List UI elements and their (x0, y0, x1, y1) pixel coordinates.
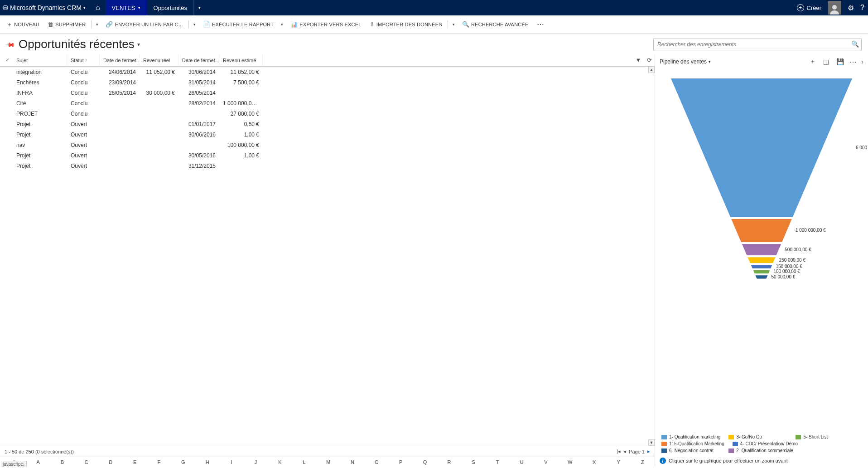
search-input[interactable] (653, 39, 862, 50)
alpha-L[interactable]: L (292, 459, 316, 465)
chart-new-icon[interactable]: ＋ (808, 58, 818, 66)
cell-date-est: 30/06/2016 (178, 132, 219, 138)
alpha-S[interactable]: S (461, 459, 485, 465)
funnel-segment[interactable] (671, 270, 852, 273)
cmd-rapport-caret[interactable]: ▾ (279, 22, 285, 27)
user-avatar[interactable] (828, 1, 841, 15)
alpha-E[interactable]: E (123, 459, 147, 465)
cmd-more[interactable]: ⋯ (534, 20, 548, 29)
cmd-envoyer-caret[interactable]: ▾ (192, 22, 198, 27)
table-row[interactable]: ProjetOuvert01/01/20170,50 € (0, 119, 655, 129)
col-header-date-reel[interactable]: Date de fermet... (100, 54, 140, 66)
alpha-A[interactable]: A (26, 459, 50, 465)
alpha-I[interactable]: I (219, 459, 243, 465)
alpha-G[interactable]: G (171, 459, 195, 465)
legend-item[interactable]: 4- CDC/ Présentation/ Démo (733, 441, 798, 446)
chart-save-icon[interactable]: 💾 (834, 58, 846, 65)
alpha-D[interactable]: D (99, 459, 123, 465)
table-row[interactable]: ProjetOuvert30/06/20161,00 € (0, 129, 655, 140)
cmd-supprimer-caret[interactable]: ▾ (94, 22, 100, 27)
funnel-chart[interactable]: 6 000 000,00 €1 000 000,00 €500 000,00 €… (655, 69, 868, 432)
alpha-W[interactable]: W (558, 459, 582, 465)
legend-item[interactable]: 115-Qualification Marketing (661, 441, 724, 446)
alpha-F[interactable]: F (147, 459, 171, 465)
nav-breadcrumb-caret[interactable]: ▾ (194, 0, 203, 15)
funnel-segment[interactable] (671, 257, 852, 263)
alpha-Y[interactable]: Y (606, 459, 630, 465)
nav-ventes[interactable]: VENTES ▾ (106, 0, 147, 15)
col-header-revenu-reel[interactable]: Revenu réel (140, 54, 178, 66)
legend-item[interactable]: 6- Négociation contrat (661, 448, 720, 453)
table-row[interactable]: EnchèresConclu23/09/201431/05/20147 500,… (0, 77, 655, 88)
chart-title-dropdown[interactable]: Pipeline des ventes ▾ (660, 58, 711, 65)
cmd-excel[interactable]: 📊EXPORTER VERS EXCEL (288, 19, 364, 29)
chart-collapse-icon[interactable]: › (861, 58, 863, 65)
col-header-revenu-est[interactable]: Revenu estimé (219, 54, 263, 66)
alpha-P[interactable]: P (389, 459, 413, 465)
alpha-K[interactable]: K (268, 459, 292, 465)
legend-item[interactable]: 5- Short List (796, 434, 854, 439)
alpha-Z[interactable]: Z (631, 459, 655, 465)
cmd-rapport[interactable]: 📄EXÉCUTER LE RAPPORT (200, 19, 276, 29)
cmd-importer[interactable]: ⇩IMPORTER DES DONNÉES (367, 19, 445, 29)
legend-item[interactable]: 3- Go/No Go (728, 434, 787, 439)
help-icon[interactable]: ? (860, 4, 864, 12)
browser-status-text: javascript:; (1, 461, 27, 467)
refresh-icon[interactable]: ⟳ (644, 57, 655, 63)
col-header-sujet[interactable]: Sujet (13, 54, 67, 66)
alpha-O[interactable]: O (365, 459, 389, 465)
grid-pane: ✓ Sujet Statut↑ Date de fermet... Revenu… (0, 54, 655, 467)
nav-home[interactable]: ⌂ (90, 0, 106, 15)
cmd-supprimer[interactable]: 🗑SUPPRIMER (45, 19, 88, 29)
grid-scrollbar[interactable]: ▲▼ (648, 67, 655, 446)
cmd-recherche[interactable]: 🔍RECHERCHE AVANCÉE (459, 19, 531, 29)
brand-menu[interactable]: ⛁ Microsoft Dynamics CRM ▾ (0, 0, 90, 15)
select-all-checkbox[interactable]: ✓ (2, 57, 13, 63)
search-icon[interactable]: 🔍 (851, 40, 859, 48)
alpha-Q[interactable]: Q (413, 459, 437, 465)
table-row[interactable]: ProjetOuvert31/12/2015 (0, 161, 655, 171)
alpha-B[interactable]: B (50, 459, 74, 465)
legend-label: 4- CDC/ Présentation/ Démo (740, 441, 798, 446)
funnel-segment[interactable] (671, 275, 852, 278)
alpha-V[interactable]: V (534, 459, 558, 465)
page-prev[interactable]: ◂ (623, 448, 626, 454)
chevron-down-icon: ▾ (138, 5, 140, 10)
page-title[interactable]: Opportunités récentes ▾ (19, 37, 140, 51)
create-button[interactable]: + Créer (797, 4, 822, 11)
funnel-segment[interactable] (671, 78, 852, 217)
alpha-T[interactable]: T (486, 459, 510, 465)
funnel-segment[interactable] (671, 265, 852, 268)
cmd-nouveau[interactable]: ＋NOUVEAU (4, 19, 42, 30)
alpha-M[interactable]: M (316, 459, 340, 465)
table-row[interactable]: CitéConclu28/02/20141 000 000,00 € (0, 98, 655, 108)
table-row[interactable]: intégrationConclu24/06/201411 052,00 €30… (0, 67, 655, 77)
chart-more[interactable]: ⋯ (849, 58, 858, 66)
table-row[interactable]: INFRAConclu26/05/201430 000,00 €26/05/20… (0, 88, 655, 98)
nav-opportunites[interactable]: Opportunités (147, 0, 194, 15)
alpha-R[interactable]: R (437, 459, 461, 465)
alpha-N[interactable]: N (340, 459, 364, 465)
settings-gear-icon[interactable]: ⚙ (848, 4, 854, 12)
legend-item[interactable]: 1- Qualification marketing (661, 434, 720, 439)
chart-layout-icon[interactable]: ◫ (821, 58, 831, 65)
funnel-segment[interactable] (671, 244, 852, 255)
alpha-H[interactable]: H (195, 459, 219, 465)
filter-icon[interactable]: ▼ (633, 57, 644, 63)
pin-icon[interactable]: 📌 (5, 39, 15, 49)
cmd-importer-caret[interactable]: ▾ (451, 22, 457, 27)
table-row[interactable]: PROJETConclu27 000,00 € (0, 108, 655, 119)
legend-item[interactable]: 2- Qualification commerciale (728, 448, 793, 453)
col-header-statut[interactable]: Statut↑ (67, 54, 100, 66)
page-next[interactable]: ▸ (647, 448, 650, 454)
alpha-C[interactable]: C (74, 459, 98, 465)
col-header-date-est[interactable]: Date de fermet... (178, 54, 219, 66)
alpha-U[interactable]: U (510, 459, 534, 465)
alpha-X[interactable]: X (582, 459, 606, 465)
table-row[interactable]: navOuvert100 000,00 € (0, 140, 655, 150)
page-first[interactable]: |◂ (617, 448, 621, 454)
alpha-J[interactable]: J (244, 459, 268, 465)
cell-date-est: 30/05/2016 (178, 152, 219, 159)
table-row[interactable]: ProjetOuvert30/05/20161,00 € (0, 150, 655, 161)
cmd-envoyer[interactable]: 🔗ENVOYER UN LIEN PAR C... (103, 19, 185, 29)
